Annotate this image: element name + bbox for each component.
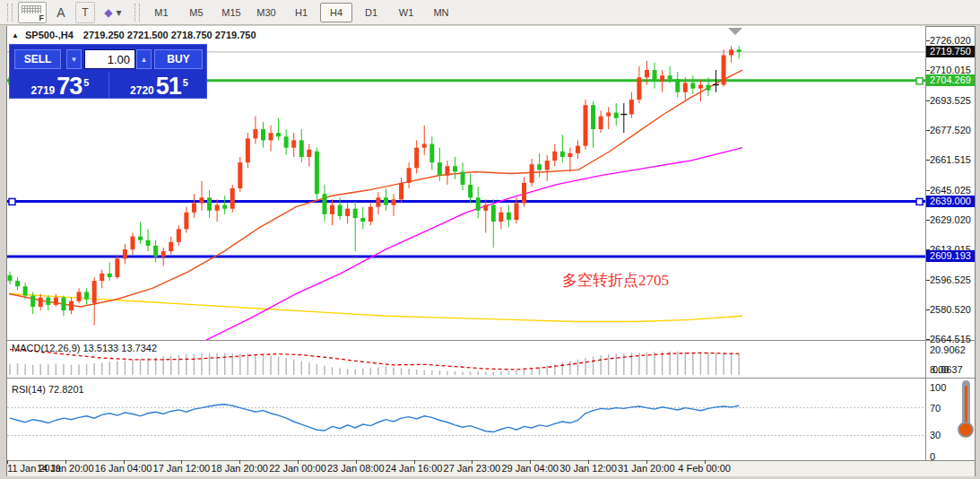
timeframe-h1[interactable]: H1	[285, 3, 317, 22]
rsi-axis-label: 100	[930, 382, 946, 393]
candle-body	[522, 183, 526, 204]
volume-input[interactable]: 1.00	[84, 49, 135, 69]
price-axis-label: 2564.515	[930, 334, 971, 344]
price-axis-tick	[926, 70, 930, 71]
candle-body	[284, 136, 289, 147]
price-axis-label: 2726.020	[930, 35, 971, 46]
candle-body	[499, 213, 503, 222]
line-drag-handle[interactable]	[916, 78, 923, 84]
candle-body	[384, 197, 388, 205]
candle-body	[92, 281, 97, 303]
candle-body	[291, 140, 296, 147]
letter-a-icon[interactable]: A	[48, 2, 74, 23]
candle-body	[737, 49, 742, 52]
volume-decrease-button[interactable]: ▼	[66, 49, 82, 69]
price-axis-tick	[926, 309, 930, 310]
price-axis-tick	[926, 100, 930, 101]
rsi-axis-label: 70	[930, 403, 941, 414]
buy-price-small: 2720	[130, 84, 154, 97]
candle-body	[238, 162, 242, 188]
candle-body	[568, 153, 572, 157]
timeframe-m1[interactable]: M1	[145, 3, 178, 22]
candle-body	[338, 205, 343, 216]
candle-body	[146, 240, 151, 246]
candle-body	[653, 70, 657, 81]
price-axis-separator	[925, 27, 926, 460]
price-axis-tick	[926, 339, 930, 340]
line-drag-handle[interactable]	[916, 198, 923, 205]
candle-body	[422, 144, 427, 148]
timeframe-h4[interactable]: H4	[320, 3, 352, 22]
candle-body	[315, 152, 319, 194]
price-axis-label: 2693.525	[930, 95, 971, 106]
timeframe-m5[interactable]: M5	[180, 3, 212, 22]
sell-price-small: 2719	[31, 84, 56, 97]
candle-body	[299, 140, 304, 157]
candle-body	[461, 171, 465, 184]
macd-axis-min-b: 0.0637	[932, 364, 963, 375]
candle-body	[698, 85, 703, 89]
candle-body	[322, 194, 326, 214]
candle-body	[123, 249, 127, 258]
candle-body	[15, 281, 20, 286]
candle-body	[438, 162, 442, 175]
candle-body	[307, 150, 311, 157]
timeframe-d1[interactable]: D1	[355, 3, 387, 22]
toolbar-grip[interactable]	[7, 4, 13, 22]
sell-quote[interactable]: 2719 73 5	[10, 73, 109, 98]
price-axis-label: 2580.520	[930, 304, 971, 315]
buy-quote[interactable]: 2720 51 5	[109, 73, 207, 98]
price-axis-tick	[926, 190, 930, 191]
candle-body	[722, 56, 726, 85]
sell-button[interactable]: SELL	[14, 49, 61, 69]
toolbar: F A T ◆ ▾ M1M5M15M30H1H4D1W1MN	[0, 0, 980, 25]
shapes-icon[interactable]: ◆ ▾	[97, 2, 129, 23]
timeframe-m30[interactable]: M30	[250, 3, 282, 22]
timeframe-m15[interactable]: M15	[215, 3, 247, 22]
candle-body	[200, 197, 204, 203]
one-click-trading-panel: SELL ▼ 1.00 ▲ BUY 2719 73 5 2720 51 5	[9, 44, 207, 99]
date-axis-label: 4 Feb 00:00	[678, 463, 731, 474]
date-axis-tick	[705, 460, 706, 464]
date-axis-label: 14 Jan 20:00	[37, 463, 94, 474]
timeframe-mn[interactable]: MN	[425, 3, 457, 22]
price-axis-tick	[926, 220, 930, 221]
date-axis-tick	[414, 460, 415, 464]
candle-body	[276, 133, 281, 136]
grid-f-icon[interactable]: F	[18, 2, 47, 23]
candle-body	[169, 242, 173, 251]
toolbar-grip[interactable]	[134, 4, 140, 22]
candle-body	[100, 274, 104, 281]
candle-body	[637, 77, 641, 100]
candle-body	[360, 218, 365, 222]
sell-price-big: 73	[56, 73, 82, 100]
candle-body	[599, 117, 603, 129]
candle-body	[253, 129, 257, 138]
date-axis-label: 16 Jan 04:00	[95, 463, 152, 474]
volume-increase-button[interactable]: ▲	[136, 49, 152, 69]
rsi-axis-label: 0	[930, 451, 935, 462]
buy-button[interactable]: BUY	[154, 49, 203, 69]
panel-separator[interactable]	[7, 378, 975, 381]
candle-body	[591, 105, 595, 129]
dropdown-caret-icon: ▾	[117, 6, 122, 19]
candle-body	[46, 298, 50, 305]
text-box-icon[interactable]: T	[75, 2, 95, 23]
candle-body	[476, 197, 481, 210]
rsi-label: RSI(14) 72.8201	[12, 384, 84, 395]
collapse-arrow-icon[interactable]: ▲	[12, 31, 19, 39]
timeframe-w1[interactable]: W1	[390, 3, 422, 22]
date-axis-tick	[530, 460, 531, 464]
line-drag-handle[interactable]	[9, 198, 15, 205]
date-axis-label: 18 Jan 20:00	[211, 463, 268, 474]
candle-body	[660, 75, 664, 81]
candle-body	[729, 49, 733, 55]
buy-price-big: 51	[156, 73, 181, 100]
candle-body	[8, 275, 13, 281]
candle-body	[23, 286, 28, 295]
candle-body	[407, 168, 412, 182]
candle-body	[491, 205, 496, 222]
candle-body	[690, 83, 695, 88]
candle-body	[683, 83, 688, 91]
candle-body	[192, 203, 196, 212]
